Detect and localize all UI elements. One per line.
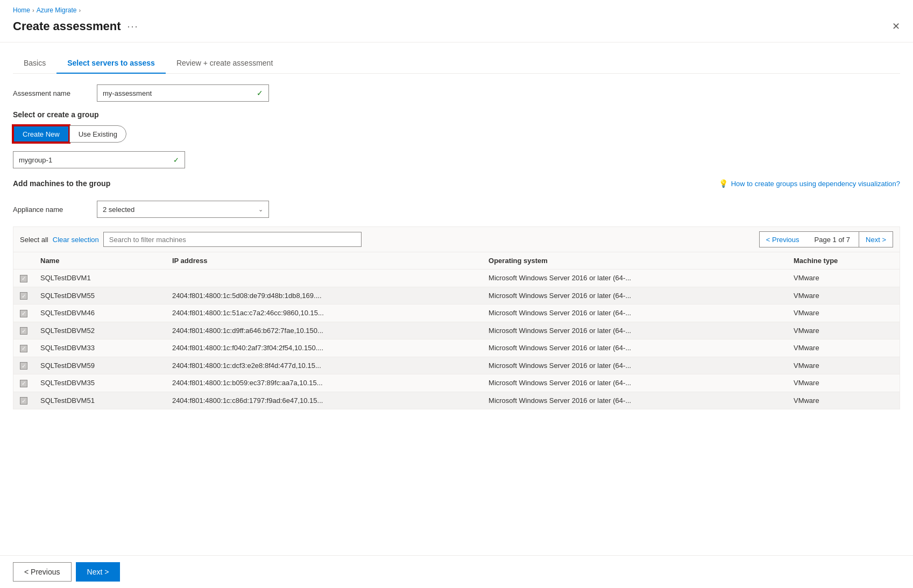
row-type: VMware <box>787 339 900 357</box>
table-row: SQLTestDBVM46 2404:f801:4800:1c:51ac:c7a… <box>13 304 900 322</box>
row-type: VMware <box>787 374 900 392</box>
row-checkbox[interactable] <box>20 327 27 335</box>
table-row: SQLTestDBVM35 2404:f801:4800:1c:b059:ec3… <box>13 374 900 392</box>
row-checkbox-cell[interactable] <box>13 287 34 304</box>
machines-table: Name IP address Operating system Machine… <box>13 252 900 409</box>
prev-page-button[interactable]: < Previous <box>759 231 806 247</box>
group-section-title: Select or create a group <box>13 110 900 119</box>
row-type: VMware <box>787 392 900 409</box>
close-button[interactable]: ✕ <box>892 22 900 31</box>
row-checkbox-cell[interactable] <box>13 322 34 339</box>
table-row: SQLTestDBVM55 2404:f801:4800:1c:5d08:de7… <box>13 287 900 304</box>
group-buttons-row: Create New Use Existing <box>13 125 900 143</box>
row-type: VMware <box>787 322 900 339</box>
breadcrumb-home[interactable]: Home <box>13 6 30 14</box>
assessment-name-row: Assessment name my-assessment ✓ <box>13 84 900 102</box>
row-checkbox-cell[interactable] <box>13 357 34 374</box>
table-row: SQLTestDBVM1 Microsoft Windows Server 20… <box>13 270 900 287</box>
row-ip: 2404:f801:4800:1c:dcf3:e2e8:8f4d:477d,10… <box>166 357 482 374</box>
row-checkbox-cell[interactable] <box>13 339 34 357</box>
row-name: SQLTestDBVM46 <box>34 304 166 322</box>
table-header-row: Name IP address Operating system Machine… <box>13 252 900 270</box>
bulb-icon: 💡 <box>719 179 728 188</box>
row-os: Microsoft Windows Server 2016 or later (… <box>482 287 787 304</box>
table-toolbar: Select all Clear selection < Previous Pa… <box>13 226 900 252</box>
bottom-nav: < Previous Next > <box>0 555 913 588</box>
tab-review[interactable]: Review + create assessment <box>166 53 284 74</box>
row-os: Microsoft Windows Server 2016 or later (… <box>482 304 787 322</box>
breadcrumb-azure-migrate[interactable]: Azure Migrate <box>37 6 77 14</box>
row-checkbox[interactable] <box>20 292 27 300</box>
row-os: Microsoft Windows Server 2016 or later (… <box>482 339 787 357</box>
row-os: Microsoft Windows Server 2016 or later (… <box>482 357 787 374</box>
header-left: Create assessment ··· <box>13 19 139 33</box>
table-row: SQLTestDBVM33 2404:f801:4800:1c:f040:2af… <box>13 339 900 357</box>
dropdown-arrow-icon: ⌄ <box>258 206 263 213</box>
row-checkbox[interactable] <box>20 345 27 352</box>
table-row: SQLTestDBVM52 2404:f801:4800:1c:d9ff:a64… <box>13 322 900 339</box>
row-name: SQLTestDBVM51 <box>34 392 166 409</box>
row-checkbox[interactable] <box>20 275 27 282</box>
add-machines-section: Add machines to the group 💡 How to creat… <box>13 179 900 194</box>
group-name-field[interactable]: mygroup-1 ✓ <box>13 151 185 168</box>
appliance-label: Appliance name <box>13 206 88 214</box>
row-type: VMware <box>787 357 900 374</box>
row-name: SQLTestDBVM35 <box>34 374 166 392</box>
next-page-button[interactable]: Next > <box>859 231 893 247</box>
content-area: Basics Select servers to assess Review +… <box>0 42 913 555</box>
col-header-ip: IP address <box>166 252 482 270</box>
row-ip: 2404:f801:4800:1c:f040:2af7:3f04:2f54,10… <box>166 339 482 357</box>
clear-selection-link[interactable]: Clear selection <box>53 236 99 244</box>
select-all[interactable]: Select all <box>20 236 48 244</box>
help-link[interactable]: 💡 How to create groups using dependency … <box>719 179 900 188</box>
tab-basics[interactable]: Basics <box>13 53 56 74</box>
add-machines-title: Add machines to the group <box>13 179 110 188</box>
search-input[interactable] <box>103 232 362 247</box>
assessment-name-value: my-assessment <box>103 89 152 97</box>
row-checkbox-cell[interactable] <box>13 304 34 322</box>
row-checkbox[interactable] <box>20 362 27 370</box>
breadcrumb-sep-1: › <box>32 7 34 13</box>
row-name: SQLTestDBVM59 <box>34 357 166 374</box>
assessment-name-check-icon: ✓ <box>257 89 263 97</box>
appliance-dropdown[interactable]: 2 selected ⌄ <box>97 201 269 218</box>
col-header-checkbox <box>13 252 34 270</box>
row-checkbox-cell[interactable] <box>13 270 34 287</box>
row-ip: 2404:f801:4800:1c:51ac:c7a2:46cc:9860,10… <box>166 304 482 322</box>
row-ip: 2404:f801:4800:1c:5d08:de79:d48b:1db8,16… <box>166 287 482 304</box>
row-checkbox[interactable] <box>20 310 27 317</box>
row-ip <box>166 270 482 287</box>
row-type: VMware <box>787 270 900 287</box>
assessment-name-label: Assessment name <box>13 89 88 97</box>
bottom-next-button[interactable]: Next > <box>76 562 121 582</box>
bottom-prev-button[interactable]: < Previous <box>13 562 72 582</box>
appliance-value: 2 selected <box>103 206 135 214</box>
row-checkbox[interactable] <box>20 397 27 405</box>
row-os: Microsoft Windows Server 2016 or later (… <box>482 374 787 392</box>
pagination: < Previous Page 1 of 7 Next > <box>759 231 893 247</box>
row-name: SQLTestDBVM52 <box>34 322 166 339</box>
row-name: SQLTestDBVM33 <box>34 339 166 357</box>
page-title: Create assessment <box>13 19 121 33</box>
row-checkbox-cell[interactable] <box>13 374 34 392</box>
row-ip: 2404:f801:4800:1c:c86d:1797:f9ad:6e47,10… <box>166 392 482 409</box>
table-row: SQLTestDBVM51 2404:f801:4800:1c:c86d:179… <box>13 392 900 409</box>
row-os: Microsoft Windows Server 2016 or later (… <box>482 392 787 409</box>
create-new-button[interactable]: Create New <box>13 125 69 143</box>
row-os: Microsoft Windows Server 2016 or later (… <box>482 270 787 287</box>
breadcrumb: Home › Azure Migrate › <box>0 0 913 16</box>
col-header-type: Machine type <box>787 252 900 270</box>
page-header: Create assessment ··· ✕ <box>0 16 913 42</box>
group-name-value: mygroup-1 <box>19 156 52 164</box>
row-name: SQLTestDBVM55 <box>34 287 166 304</box>
breadcrumb-sep-2: › <box>79 7 81 13</box>
use-existing-button[interactable]: Use Existing <box>69 125 126 143</box>
col-header-os: Operating system <box>482 252 787 270</box>
row-name: SQLTestDBVM1 <box>34 270 166 287</box>
more-options-icon[interactable]: ··· <box>128 21 139 32</box>
tab-select-servers[interactable]: Select servers to assess <box>56 53 166 74</box>
row-checkbox[interactable] <box>20 380 27 387</box>
page-info: Page 1 of 7 <box>806 231 859 247</box>
assessment-name-field[interactable]: my-assessment ✓ <box>97 84 269 102</box>
row-checkbox-cell[interactable] <box>13 392 34 409</box>
